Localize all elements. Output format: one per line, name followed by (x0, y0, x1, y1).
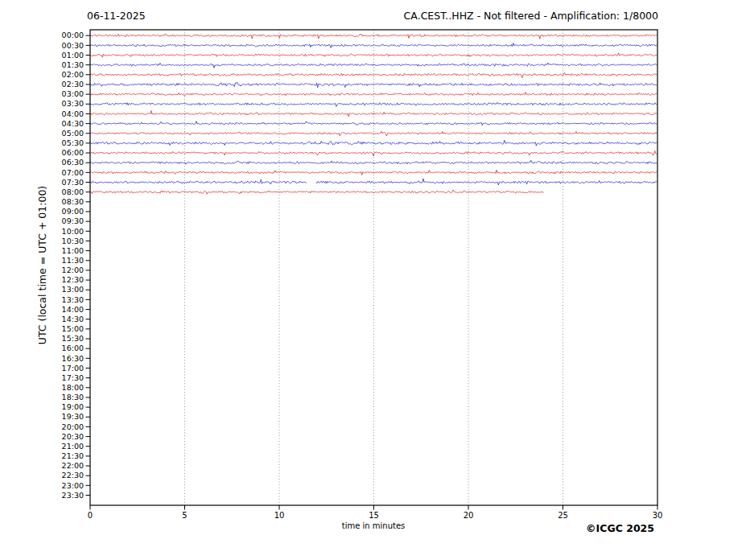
y-tick-label-19:30: 19:30 (62, 412, 84, 421)
y-tick-label-16:00: 16:00 (62, 344, 84, 352)
helicorder-plot: 00:0000:3001:0001:3002:0002:3003:0003:30… (0, 0, 746, 560)
y-tick-label-04:30: 04:30 (62, 119, 84, 128)
y-tick-label-21:30: 21:30 (62, 451, 84, 460)
y-tick-label-15:30: 15:30 (62, 334, 84, 343)
y-tick-label-23:00: 23:00 (62, 481, 84, 490)
y-tick-label-03:00: 03:00 (62, 89, 84, 98)
y-tick-label-14:00: 14:00 (62, 305, 84, 314)
copyright-label: ©ICGC 2025 (586, 522, 654, 534)
x-tick-label-20: 20 (464, 511, 474, 520)
y-tick-label-06:30: 06:30 (62, 158, 84, 167)
trace-04:30 (90, 121, 657, 126)
y-tick-label-00:30: 00:30 (62, 41, 84, 50)
trace-03:30 (90, 102, 657, 106)
y-tick-label-08:30: 08:30 (62, 197, 84, 206)
x-tick-label-0: 0 (88, 511, 93, 520)
helicorder-page: 06-11-2025 CA.CEST..HHZ - Not filtered -… (0, 0, 746, 560)
y-tick-label-18:30: 18:30 (62, 393, 84, 401)
trace-07:00 (90, 170, 657, 175)
y-tick-label-11:00: 11:00 (62, 246, 84, 255)
trace-06:30 (90, 160, 657, 164)
trace-02:30 (90, 82, 657, 88)
trace-08:00 (90, 190, 543, 194)
y-tick-label-04:00: 04:00 (62, 109, 84, 118)
y-tick-label-07:30: 07:30 (62, 178, 84, 187)
y-tick-label-05:00: 05:00 (62, 129, 84, 138)
y-tick-label-20:00: 20:00 (62, 422, 84, 431)
y-tick-label-09:30: 09:30 (62, 216, 84, 225)
y-tick-label-06:00: 06:00 (62, 148, 84, 157)
y-tick-label-19:00: 19:00 (62, 402, 84, 411)
y-tick-label-14:30: 14:30 (62, 315, 84, 323)
trace-02:00 (90, 72, 657, 77)
x-tick-label-30: 30 (653, 511, 663, 520)
y-tick-label-10:00: 10:00 (62, 227, 84, 236)
y-tick-label-03:30: 03:30 (62, 99, 84, 108)
y-tick-label-21:00: 21:00 (62, 442, 84, 451)
trace-05:30 (90, 140, 657, 146)
y-tick-label-22:00: 22:00 (62, 461, 84, 470)
y-tick-label-23:30: 23:30 (62, 491, 84, 500)
y-tick-label-17:00: 17:00 (62, 364, 84, 373)
y-tick-label-15:00: 15:00 (62, 324, 84, 333)
trace-00:30 (90, 43, 657, 48)
x-tick-label-10: 10 (274, 511, 285, 520)
y-tick-label-05:30: 05:30 (62, 138, 84, 147)
x-axis-title: time in minutes (293, 521, 454, 530)
trace-01:00 (90, 53, 657, 57)
y-tick-label-10:30: 10:30 (62, 237, 84, 245)
y-tick-label-11:30: 11:30 (62, 256, 84, 265)
y-tick-label-01:00: 01:00 (62, 51, 84, 60)
y-tick-label-02:00: 02:00 (62, 70, 84, 79)
y-tick-label-08:00: 08:00 (62, 187, 84, 196)
y-tick-label-13:30: 13:30 (62, 295, 84, 304)
y-tick-label-00:00: 00:00 (62, 31, 84, 39)
trace-01:30 (90, 63, 657, 68)
y-tick-label-12:00: 12:00 (62, 266, 84, 274)
y-tick-label-18:00: 18:00 (62, 383, 84, 392)
y-tick-label-20:30: 20:30 (62, 432, 84, 441)
y-tick-label-22:30: 22:30 (62, 471, 84, 480)
trace-00:00 (90, 34, 657, 39)
x-tick-label-5: 5 (182, 511, 187, 520)
trace-04:00 (90, 111, 657, 117)
x-tick-label-25: 25 (558, 511, 568, 520)
y-tick-label-02:30: 02:30 (62, 80, 84, 89)
y-tick-label-12:30: 12:30 (62, 275, 84, 284)
y-tick-label-13:00: 13:00 (62, 285, 84, 294)
trace-06:00 (90, 151, 657, 156)
trace-05:00 (90, 131, 657, 136)
y-tick-label-16:30: 16:30 (62, 354, 84, 363)
trace-03:00 (90, 93, 657, 97)
y-tick-label-07:00: 07:00 (62, 168, 84, 177)
y-tick-label-01:30: 01:30 (62, 60, 84, 69)
y-tick-label-17:30: 17:30 (62, 373, 84, 382)
x-tick-label-15: 15 (369, 511, 379, 520)
y-tick-label-09:00: 09:00 (62, 207, 84, 216)
